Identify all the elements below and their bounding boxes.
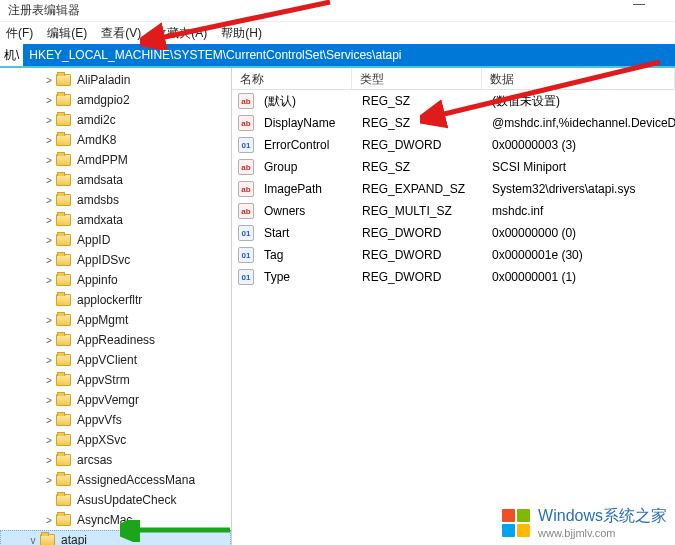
tree-item-label: AppReadiness (77, 333, 155, 347)
folder-icon (56, 214, 71, 226)
tree-item[interactable]: >arcsas (0, 450, 231, 470)
tree-item-label: amdsbs (77, 193, 119, 207)
tree-item[interactable]: >amdsata (0, 170, 231, 190)
address-prefix: 机\ (0, 45, 23, 66)
tree-item-label: amdgpio2 (77, 93, 130, 107)
value-row[interactable]: 01 Type REG_DWORD 0x00000001 (1) (232, 266, 675, 288)
expand-icon[interactable]: > (44, 215, 54, 225)
folder-icon (56, 514, 71, 526)
folder-icon (56, 294, 71, 306)
folder-icon (56, 454, 71, 466)
tree-item[interactable]: >amdi2c (0, 110, 231, 130)
tree-item-label: AssignedAccessMana (77, 473, 195, 487)
menu-edit[interactable]: 编辑(E) (47, 25, 87, 42)
value-type: REG_MULTI_SZ (354, 204, 484, 218)
folder-icon (56, 94, 71, 106)
tree-item[interactable]: >AmdPPM (0, 150, 231, 170)
menu-file[interactable]: 件(F) (6, 25, 33, 42)
value-type: REG_DWORD (354, 226, 484, 240)
svg-line-3 (440, 62, 660, 115)
value-type: REG_DWORD (354, 138, 484, 152)
tree-item[interactable]: >AppXSvc (0, 430, 231, 450)
value-name: ErrorControl (256, 138, 354, 152)
expand-icon[interactable]: > (44, 475, 54, 485)
value-row[interactable]: 01 Start REG_DWORD 0x00000000 (0) (232, 222, 675, 244)
expand-icon[interactable]: > (44, 335, 54, 345)
expand-icon[interactable]: > (44, 115, 54, 125)
value-name: (默认) (256, 93, 354, 110)
expand-icon[interactable]: > (44, 435, 54, 445)
tree-item-label: applockerfltr (77, 293, 142, 307)
value-data: System32\drivers\atapi.sys (484, 182, 675, 196)
tree-item[interactable]: >amdsbs (0, 190, 231, 210)
folder-icon (56, 74, 71, 86)
minimize-button[interactable] (633, 4, 645, 5)
column-name[interactable]: 名称 (232, 68, 352, 89)
folder-icon (56, 434, 71, 446)
tree-item[interactable]: >AppVClient (0, 350, 231, 370)
value-data: 0x00000001 (1) (484, 270, 675, 284)
value-row[interactable]: ab Owners REG_MULTI_SZ mshdc.inf (232, 200, 675, 222)
tree-view[interactable]: >AliPaladin>amdgpio2>amdi2c>AmdK8>AmdPPM… (0, 68, 232, 545)
expand-icon[interactable]: > (44, 155, 54, 165)
windows-logo-icon (502, 509, 530, 537)
tree-item[interactable]: >AppvVemgr (0, 390, 231, 410)
binary-value-icon: 01 (238, 137, 254, 153)
string-value-icon: ab (238, 115, 254, 131)
string-value-icon: ab (238, 93, 254, 109)
menu-view[interactable]: 查看(V) (101, 25, 141, 42)
folder-icon (56, 474, 71, 486)
expand-icon[interactable]: > (44, 275, 54, 285)
tree-item[interactable]: >amdxata (0, 210, 231, 230)
value-row[interactable]: 01 ErrorControl REG_DWORD 0x00000003 (3) (232, 134, 675, 156)
expand-icon[interactable]: > (44, 395, 54, 405)
tree-item[interactable]: >AppvVfs (0, 410, 231, 430)
binary-value-icon: 01 (238, 269, 254, 285)
tree-item-label: Appinfo (77, 273, 118, 287)
tree-item[interactable]: AsusUpdateCheck (0, 490, 231, 510)
folder-icon (56, 174, 71, 186)
value-name: Tag (256, 248, 354, 262)
tree-item[interactable]: >AppvStrm (0, 370, 231, 390)
tree-item[interactable]: applockerfltr (0, 290, 231, 310)
value-row[interactable]: ab ImagePath REG_EXPAND_SZ System32\driv… (232, 178, 675, 200)
tree-item[interactable]: >AppReadiness (0, 330, 231, 350)
collapse-icon[interactable]: v (28, 535, 38, 545)
value-type: REG_DWORD (354, 248, 484, 262)
expand-icon[interactable] (44, 495, 54, 505)
expand-icon[interactable]: > (44, 195, 54, 205)
expand-icon[interactable]: > (44, 135, 54, 145)
workspace: >AliPaladin>amdgpio2>amdi2c>AmdK8>AmdPPM… (0, 68, 675, 545)
expand-icon[interactable] (44, 295, 54, 305)
expand-icon[interactable]: > (44, 515, 54, 525)
expand-icon[interactable]: > (44, 415, 54, 425)
expand-icon[interactable]: > (44, 255, 54, 265)
tree-item-label: AppvVfs (77, 413, 122, 427)
tree-item[interactable]: >Appinfo (0, 270, 231, 290)
watermark-title: Windows系统之家 (538, 507, 667, 524)
tree-item[interactable]: >AmdK8 (0, 130, 231, 150)
tree-item[interactable]: >AppMgmt (0, 310, 231, 330)
tree-item[interactable]: >AppID (0, 230, 231, 250)
tree-item-label: AppXSvc (77, 433, 126, 447)
tree-item[interactable]: >AssignedAccessMana (0, 470, 231, 490)
tree-item[interactable]: >AliPaladin (0, 70, 231, 90)
expand-icon[interactable]: > (44, 315, 54, 325)
expand-icon[interactable]: > (44, 235, 54, 245)
expand-icon[interactable]: > (44, 355, 54, 365)
expand-icon[interactable]: > (44, 75, 54, 85)
value-row[interactable]: ab Group REG_SZ SCSI Miniport (232, 156, 675, 178)
expand-icon[interactable]: > (44, 455, 54, 465)
value-type: REG_DWORD (354, 270, 484, 284)
expand-icon[interactable]: > (44, 95, 54, 105)
expand-icon[interactable]: > (44, 175, 54, 185)
annotation-arrow-red-value (420, 60, 670, 130)
folder-icon (56, 234, 71, 246)
value-type: REG_EXPAND_SZ (354, 182, 484, 196)
folder-icon (56, 394, 71, 406)
value-row[interactable]: 01 Tag REG_DWORD 0x0000001e (30) (232, 244, 675, 266)
expand-icon[interactable]: > (44, 375, 54, 385)
tree-item[interactable]: >AppIDSvc (0, 250, 231, 270)
folder-icon (56, 114, 71, 126)
tree-item[interactable]: >amdgpio2 (0, 90, 231, 110)
